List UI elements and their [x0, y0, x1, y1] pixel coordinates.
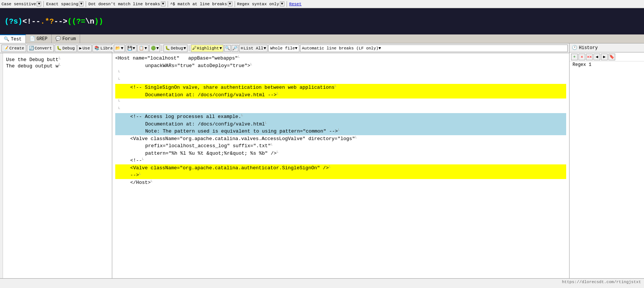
- reset-item[interactable]: Reset: [289, 2, 302, 6]
- debug-hint-line1: Use the Debug buttL: [6, 56, 109, 63]
- dot-match-item[interactable]: Dot doesn't match line breaks ▼: [88, 1, 165, 6]
- tab-forum[interactable]: 💬 Forum: [52, 34, 80, 43]
- regex-syntax-label: Regex syntax only: [237, 2, 279, 6]
- sep1: [43, 1, 44, 7]
- dot-match-dropdown-icon[interactable]: ▼: [161, 1, 165, 6]
- file-action-button[interactable]: 📋▼: [137, 45, 149, 52]
- tab-grep[interactable]: 📄 GREP: [26, 34, 52, 43]
- zoom-in-button[interactable]: 🔍: [224, 45, 231, 52]
- regex-group-open: (: [67, 17, 72, 26]
- test-tab-label: Test: [11, 37, 22, 42]
- code-line-5: <!-- SingleSignOn valve, share authentic…: [115, 84, 566, 91]
- history-item-1[interactable]: Regex 1: [570, 61, 644, 68]
- debug-button[interactable]: 🐛 Debug: [55, 45, 77, 52]
- left-toolbar: 📝 Create 🔄 Convert 🐛 Debug ▶ Use 📚 Libra…: [0, 43, 112, 53]
- exact-spacing-dropdown-icon[interactable]: ▼: [79, 1, 83, 6]
- left-content-area: Use the Debug buttL The debug output wL: [3, 53, 112, 278]
- grep-tab-label: GREP: [37, 36, 48, 42]
- code-line-blank3: L: [115, 98, 566, 106]
- toolbar-sep2: [189, 45, 189, 51]
- regex-lookahead: (?=: [72, 17, 85, 26]
- create-icon: 📝: [3, 46, 9, 51]
- regex-flag: (?s): [4, 17, 22, 26]
- regex-group-close: )): [94, 17, 103, 26]
- run-icon: 🟢: [151, 46, 156, 51]
- history-bookmark-button[interactable]: 🔖: [608, 54, 615, 60]
- debug-label: Debug: [62, 46, 75, 51]
- list-all-label: List All: [244, 46, 263, 51]
- file-open-icon: 📂: [115, 46, 120, 51]
- file-save-icon: 💾: [127, 46, 132, 51]
- whole-file-input[interactable]: Whole file ▼: [268, 45, 299, 52]
- history-item-1-label: Regex 1: [573, 62, 591, 67]
- left-scrollbar[interactable]: [0, 53, 3, 278]
- code-area[interactable]: <Host name="localhost" appBase="webapps"…: [112, 53, 569, 278]
- run-button[interactable]: 🟢▼: [149, 45, 161, 52]
- toolbar-sep: [162, 45, 162, 51]
- use-button[interactable]: ▶ Use: [77, 45, 92, 52]
- highlight-label: Highlight: [197, 46, 219, 51]
- exact-spacing-item[interactable]: Exact spacing ▼: [46, 1, 83, 6]
- regex-syntax-dropdown-icon[interactable]: ▼: [280, 1, 284, 6]
- history-add-button[interactable]: +: [571, 54, 578, 60]
- file-save-button[interactable]: 💾▼: [126, 45, 137, 52]
- history-delete-all-button[interactable]: ✕✕: [586, 54, 593, 60]
- code-line-9: <!-- Access log processes all example.L: [115, 113, 566, 121]
- code-line-11: Note: The pattern used is equivalent to …: [115, 128, 566, 135]
- list-all-button[interactable]: ≡ List All▼: [239, 45, 268, 52]
- grep-tab-icon: 📄: [30, 36, 35, 42]
- forum-tab-icon: 💬: [55, 36, 61, 42]
- dot-match-label: Dot doesn't match line breaks: [88, 2, 160, 6]
- whole-file-label: Whole file: [270, 46, 295, 51]
- list-all-icon: ≡: [241, 46, 243, 51]
- debug-dropdown-button[interactable]: 🐛 Debug▼: [164, 45, 187, 52]
- convert-icon: 🔄: [29, 46, 34, 51]
- regex-syntax-item[interactable]: Regex syntax only ▼: [237, 1, 284, 6]
- left-panel: 📝 Create 🔄 Convert 🐛 Debug ▶ Use 📚 Libra…: [0, 43, 112, 278]
- caret-match-item[interactable]: ^$ match at line breaks ▼: [170, 1, 232, 6]
- code-line-6: Documentation at: /docs/config/valve.htm…: [115, 91, 566, 99]
- forum-tab-label: Forum: [62, 36, 76, 42]
- tab-bar: 🔍 Test 📄 GREP 💬 Forum: [0, 34, 644, 43]
- file-open-button[interactable]: 📂▼: [114, 45, 125, 52]
- caret-match-dropdown-icon[interactable]: ▼: [228, 1, 232, 6]
- debug-dropdown-icon: 🐛: [165, 46, 170, 51]
- create-label: Create: [9, 46, 24, 51]
- case-sensitive-dropdown-icon[interactable]: ▼: [37, 1, 41, 6]
- sep2: [86, 1, 86, 7]
- history-title: History: [579, 45, 598, 51]
- line-breaks-dropdown[interactable]: Automatic line breaks (LF only) ▼: [300, 45, 568, 52]
- debug-hint-line2: The debug output wL: [6, 63, 109, 69]
- code-line-13: prefix="localhost_access_log" suffix=".t…: [115, 142, 566, 150]
- status-bar: https://dlorecsdt.com/rtingjstxt: [0, 278, 644, 285]
- history-header: 🕐 History: [570, 43, 644, 52]
- sep4: [235, 1, 235, 7]
- convert-button[interactable]: 🔄 Convert: [27, 45, 54, 52]
- code-line-2: unpackWARs="true" autoDeploy="true">L: [115, 62, 566, 70]
- regex-newline: \n: [85, 17, 94, 26]
- history-prev-button[interactable]: ◀: [593, 54, 600, 60]
- code-line-blank2: L: [115, 77, 566, 84]
- code-line-10: Documentation at: /docs/config/valve.htm…: [115, 121, 566, 128]
- whole-file-dropdown-icon[interactable]: ▼: [295, 46, 297, 51]
- library-icon: 📚: [94, 46, 100, 51]
- code-line-blank1: L: [115, 69, 566, 77]
- history-next-button[interactable]: ▶: [601, 54, 608, 60]
- file-action-icon: 📋: [139, 46, 144, 51]
- top-toolbar: Case sensitive ▼ Exact spacing ▼ Dot doe…: [0, 0, 644, 8]
- line-breaks-label: Automatic line breaks (LF only): [302, 46, 379, 51]
- status-url: https://dlorecsdt.com/rtingjstxt: [562, 280, 641, 284]
- history-clock-icon: 🕐: [572, 45, 577, 51]
- code-line-14: pattern="%h %l %u %t &quot;%r&quot; %s %…: [115, 150, 566, 157]
- line-breaks-dropdown-icon[interactable]: ▼: [378, 46, 381, 51]
- debug-icon: 🐛: [57, 46, 62, 51]
- case-sensitive-item[interactable]: Case sensitive ▼: [1, 1, 41, 6]
- highlight-dropdown-button[interactable]: 🖊 Highlight▼: [191, 45, 223, 52]
- zoom-out-button[interactable]: 🔎: [232, 45, 238, 52]
- use-label: Use: [82, 46, 90, 51]
- create-button[interactable]: 📝 Create: [1, 45, 26, 52]
- code-line-15: <!--L: [115, 157, 566, 164]
- code-line-12: <Valve className="org.apache.catalina.va…: [115, 135, 566, 143]
- tab-test[interactable]: 🔍 Test: [0, 34, 26, 43]
- history-delete-button[interactable]: ✕: [579, 54, 585, 60]
